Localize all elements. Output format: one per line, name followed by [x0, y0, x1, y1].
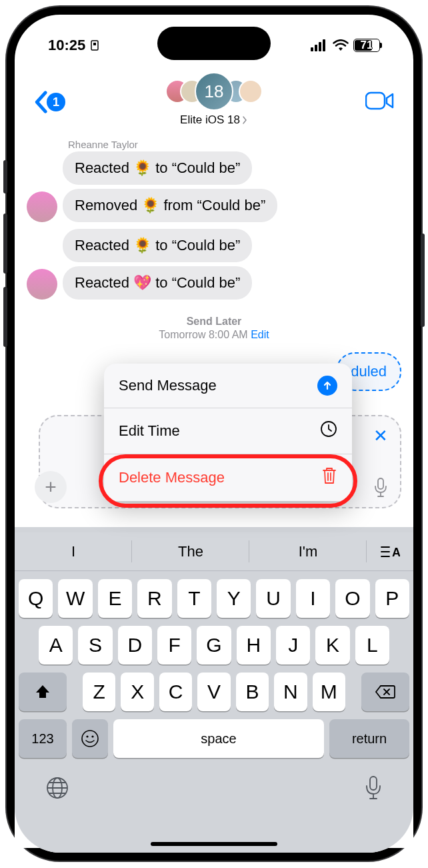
menu-delete-message[interactable]: Delete Message — [104, 454, 352, 501]
svg-text:A: A — [392, 546, 400, 559]
svg-rect-2 — [311, 47, 313, 51]
suggestion[interactable]: I'm — [249, 532, 367, 570]
avatar — [239, 79, 263, 103]
dictation-key[interactable] — [364, 775, 383, 803]
battery-icon: 71 — [353, 39, 380, 52]
chevron-right-icon — [241, 116, 248, 124]
shift-key[interactable] — [19, 673, 67, 711]
delete-key[interactable] — [361, 673, 409, 711]
key[interactable]: C — [159, 673, 192, 711]
message-bubble[interactable]: Reacted 🌻 to “Could be” — [63, 229, 252, 262]
key[interactable]: L — [355, 626, 389, 665]
svg-rect-1 — [93, 43, 96, 45]
trash-icon — [321, 466, 337, 489]
key[interactable]: E — [98, 579, 132, 618]
message-bubble[interactable]: Removed 🌻 from “Could be” — [63, 189, 277, 222]
key[interactable]: S — [78, 626, 112, 665]
key[interactable]: N — [274, 673, 307, 711]
wifi-icon — [333, 39, 349, 51]
globe-key[interactable] — [45, 776, 69, 803]
add-attachment-button[interactable]: + — [35, 471, 67, 503]
conversation-header[interactable]: 18 Elite iOS 18 — [165, 71, 263, 127]
svg-rect-5 — [323, 39, 325, 51]
text-format-icon[interactable]: A — [367, 532, 413, 570]
send-later-subtitle: Tomorrow 8:00 AM Edit — [27, 329, 401, 341]
emoji-key[interactable] — [72, 719, 108, 758]
key[interactable]: O — [335, 579, 369, 618]
group-name: Elite iOS 18 — [180, 113, 240, 127]
space-key[interactable]: space — [113, 719, 324, 758]
nav-bar: 1 18 Elite iOS 18 — [15, 65, 413, 139]
context-menu: Send Message Edit Time Delete Message — [104, 364, 352, 501]
dictation-icon[interactable] — [373, 478, 388, 500]
svg-point-10 — [82, 731, 98, 747]
svg-rect-15 — [370, 777, 377, 790]
avatar — [27, 269, 57, 300]
key[interactable]: Y — [217, 579, 251, 618]
home-indicator[interactable] — [151, 842, 277, 846]
key[interactable]: I — [296, 579, 330, 618]
numbers-key[interactable]: 123 — [19, 719, 67, 758]
svg-rect-6 — [366, 93, 385, 109]
keyboard: I The I'm A Q W E R T Y U I O P A — [15, 527, 413, 853]
suggestion[interactable]: I — [15, 532, 132, 570]
facetime-button[interactable] — [365, 91, 395, 113]
suggestion[interactable]: The — [132, 532, 249, 570]
return-key[interactable]: return — [329, 719, 409, 758]
key[interactable]: U — [256, 579, 290, 618]
key[interactable]: H — [237, 626, 271, 665]
sender-name: Rheanne Taylor — [68, 139, 401, 150]
key[interactable]: D — [118, 626, 152, 665]
key[interactable]: W — [58, 579, 92, 618]
svg-rect-4 — [319, 42, 321, 51]
key[interactable]: A — [39, 626, 73, 665]
clock-icon — [320, 420, 337, 442]
svg-point-12 — [91, 735, 93, 737]
message-list: Rheanne Taylor Reacted 🌻 to “Could be” R… — [15, 139, 413, 341]
key[interactable]: Z — [83, 673, 115, 711]
key[interactable]: J — [276, 626, 310, 665]
group-avatar: 18 — [195, 72, 233, 111]
message-bubble[interactable]: Reacted 🌻 to “Could be” — [63, 151, 252, 185]
key[interactable]: K — [315, 626, 349, 665]
svg-point-11 — [86, 735, 88, 737]
key[interactable]: V — [197, 673, 230, 711]
focus-icon — [89, 40, 100, 51]
key[interactable]: T — [177, 579, 211, 618]
cellular-icon — [311, 39, 328, 51]
edit-time-link[interactable]: Edit — [251, 329, 269, 340]
key[interactable]: M — [313, 673, 345, 711]
avatar — [27, 191, 57, 222]
menu-send-message[interactable]: Send Message — [104, 364, 352, 408]
close-icon[interactable]: ✕ — [373, 426, 388, 446]
key[interactable]: Q — [19, 579, 53, 618]
unread-badge: 1 — [47, 93, 65, 111]
key[interactable]: P — [375, 579, 409, 618]
status-time: 10:25 — [48, 37, 85, 54]
key[interactable]: F — [157, 626, 191, 665]
key[interactable]: R — [137, 579, 171, 618]
svg-rect-7 — [378, 478, 383, 489]
key[interactable]: X — [121, 673, 153, 711]
arrow-up-circle-icon — [317, 376, 337, 396]
svg-rect-3 — [315, 45, 317, 51]
back-button[interactable]: 1 — [33, 91, 65, 113]
key[interactable]: G — [197, 626, 231, 665]
send-later-title: Send Later — [27, 316, 401, 328]
key[interactable]: B — [236, 673, 269, 711]
menu-edit-time[interactable]: Edit Time — [104, 408, 352, 454]
message-bubble[interactable]: Reacted 💖 to “Could be” — [63, 266, 252, 300]
